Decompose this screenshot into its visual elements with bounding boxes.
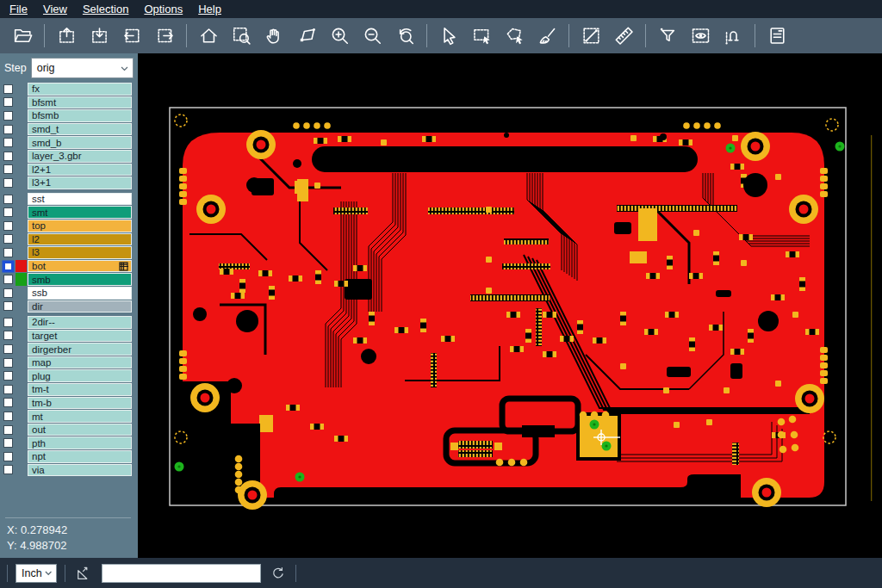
- layer-checkbox-sst[interactable]: [3, 195, 13, 204]
- layer-row-tm-b[interactable]: tm-b: [0, 397, 138, 410]
- clean-button[interactable]: [534, 23, 560, 49]
- layer-checkbox-bot[interactable]: [3, 262, 13, 271]
- menu-options[interactable]: Options: [136, 2, 190, 16]
- layer-row-fx[interactable]: fx: [0, 83, 138, 96]
- layer-row-bot[interactable]: bot: [0, 260, 138, 273]
- layer-label-smt[interactable]: smt: [28, 206, 132, 219]
- layer-row-target[interactable]: target: [0, 330, 138, 343]
- layer-row-dirgerber[interactable]: dirgerber: [0, 343, 138, 356]
- layer-checkbox-smb[interactable]: [3, 275, 13, 284]
- command-input[interactable]: [102, 564, 261, 583]
- move-down-button[interactable]: [86, 23, 112, 49]
- layer-label-fx[interactable]: fx: [28, 83, 132, 96]
- layer-checkbox-pth[interactable]: [3, 438, 13, 448]
- layer-row-plug[interactable]: plug: [0, 369, 138, 382]
- layer-label-tm-b[interactable]: tm-b: [28, 397, 132, 410]
- layer-checkbox-npt[interactable]: [3, 452, 13, 461]
- layer-label-dirgerber[interactable]: dirgerber: [28, 343, 132, 356]
- zoom-out-button[interactable]: [359, 23, 385, 49]
- pan-button[interactable]: [261, 23, 287, 49]
- layer-row-pth[interactable]: pth: [0, 436, 138, 449]
- layer-row-smt[interactable]: smt: [0, 206, 138, 219]
- ruler-button[interactable]: [611, 23, 637, 49]
- layer-checkbox-ssb[interactable]: [3, 288, 13, 298]
- layer-label-2dir--[interactable]: 2dir--: [28, 316, 132, 329]
- layer-label-out[interactable]: out: [28, 424, 132, 436]
- menu-help[interactable]: Help: [190, 2, 229, 16]
- layer-row-l2[interactable]: l2: [0, 233, 138, 246]
- layer-checkbox-l3+1[interactable]: [3, 178, 13, 188]
- layer-row-l3+1[interactable]: l3+1: [0, 176, 138, 189]
- report-button[interactable]: [764, 23, 790, 49]
- layer-checkbox-fx[interactable]: [3, 84, 13, 94]
- zoom-area-button[interactable]: [228, 23, 254, 49]
- layer-row-layer_3.gbr[interactable]: layer_3.gbr: [0, 150, 138, 163]
- layer-checkbox-top[interactable]: [3, 221, 13, 231]
- layer-row-bfsmb[interactable]: bfsmb: [0, 109, 138, 122]
- layer-checkbox-l2+1[interactable]: [3, 164, 13, 174]
- layer-row-smd_b[interactable]: smd_b: [0, 136, 138, 149]
- zoom-object-button[interactable]: [294, 23, 320, 49]
- snap-button[interactable]: [720, 23, 746, 49]
- layer-row-map[interactable]: map: [0, 356, 138, 369]
- zoom-previous-button[interactable]: [392, 23, 418, 49]
- select-button[interactable]: [436, 23, 462, 49]
- layer-label-map[interactable]: map: [28, 356, 132, 369]
- measure-button[interactable]: [578, 23, 604, 49]
- layer-row-l2+1[interactable]: l2+1: [0, 164, 138, 176]
- layer-checkbox-bfsmt[interactable]: [3, 97, 13, 107]
- layer-label-smd_b[interactable]: smd_b: [28, 136, 132, 149]
- layer-label-bfsmb[interactable]: bfsmb: [28, 109, 132, 122]
- select-polygon-button[interactable]: [501, 23, 527, 49]
- layer-label-bfsmt[interactable]: bfsmt: [28, 96, 132, 109]
- layer-row-smb[interactable]: smb: [0, 273, 138, 286]
- layer-row-npt[interactable]: npt: [0, 450, 138, 463]
- layer-row-2dir--[interactable]: 2dir--: [0, 316, 138, 329]
- step-select[interactable]: orig: [31, 58, 134, 78]
- layer-row-bfsmt[interactable]: bfsmt: [0, 96, 138, 109]
- layer-label-sst[interactable]: sst: [28, 193, 132, 206]
- zoom-home-button[interactable]: [196, 23, 221, 49]
- move-left-button[interactable]: [119, 23, 145, 49]
- unit-select[interactable]: Inch: [16, 564, 57, 583]
- layer-label-mt[interactable]: mt: [28, 410, 132, 423]
- open-file-button[interactable]: [9, 23, 35, 49]
- layer-label-via[interactable]: via: [28, 464, 132, 477]
- menu-view[interactable]: View: [35, 2, 75, 16]
- layer-checkbox-tm-t[interactable]: [3, 385, 13, 394]
- layer-checkbox-l2[interactable]: [3, 234, 13, 244]
- layer-label-layer_3.gbr[interactable]: layer_3.gbr: [28, 150, 132, 163]
- layer-label-plug[interactable]: plug: [28, 369, 132, 382]
- layer-checkbox-plug[interactable]: [3, 371, 13, 381]
- layer-row-top[interactable]: top: [0, 220, 138, 232]
- layer-checkbox-mt[interactable]: [3, 412, 13, 421]
- filter-button[interactable]: [655, 23, 680, 49]
- layer-label-npt[interactable]: npt: [28, 450, 132, 463]
- layer-label-l3+1[interactable]: l3+1: [28, 176, 132, 189]
- refresh-button[interactable]: [269, 564, 288, 583]
- layer-label-l3[interactable]: l3: [28, 246, 132, 259]
- layer-row-sst[interactable]: sst: [0, 193, 138, 206]
- layer-checkbox-target[interactable]: [3, 331, 13, 340]
- layer-row-out[interactable]: out: [0, 424, 138, 436]
- layer-checkbox-smd_t[interactable]: [3, 125, 13, 134]
- layer-row-dir[interactable]: dir: [0, 300, 138, 313]
- layer-label-pth[interactable]: pth: [28, 436, 132, 449]
- layer-checkbox-2dir--[interactable]: [3, 318, 13, 327]
- layer-checkbox-dir[interactable]: [3, 301, 13, 311]
- layer-label-bot[interactable]: bot: [28, 260, 132, 273]
- layer-label-top[interactable]: top: [28, 220, 132, 232]
- layer-label-tm-t[interactable]: tm-t: [28, 383, 132, 396]
- layer-row-tm-t[interactable]: tm-t: [0, 383, 138, 396]
- zoom-in-button[interactable]: [326, 23, 352, 49]
- move-up-button[interactable]: [53, 23, 79, 49]
- move-right-button[interactable]: [152, 23, 177, 49]
- layer-row-mt[interactable]: mt: [0, 410, 138, 423]
- layer-checkbox-layer_3.gbr[interactable]: [3, 152, 13, 161]
- layer-checkbox-smt[interactable]: [3, 207, 13, 217]
- pcb-canvas[interactable]: [138, 53, 882, 558]
- layer-label-ssb[interactable]: ssb: [28, 287, 132, 300]
- layer-checkbox-bfsmb[interactable]: [3, 111, 13, 121]
- layer-checkbox-tm-b[interactable]: [3, 398, 13, 407]
- layer-checkbox-out[interactable]: [3, 425, 13, 435]
